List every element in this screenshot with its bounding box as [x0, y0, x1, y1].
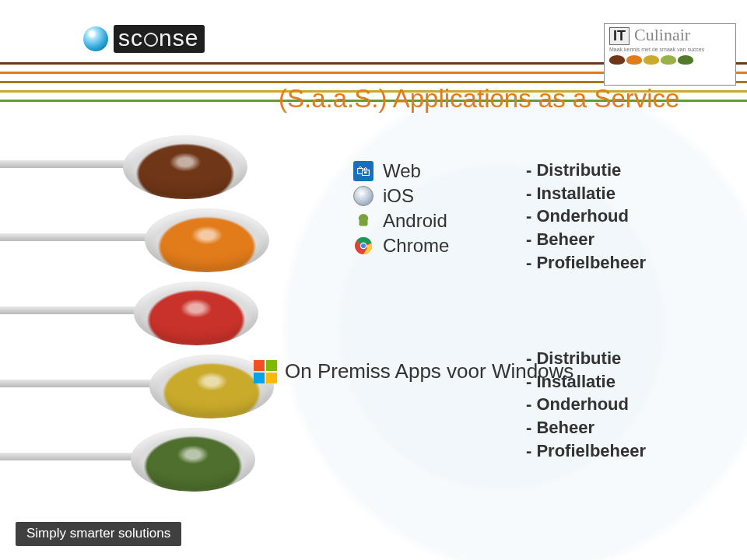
svg-rect-0	[359, 219, 368, 226]
scense-orb-icon	[82, 26, 109, 52]
badge-it-label: IT	[609, 27, 630, 45]
feature-item: - Distributie	[526, 159, 646, 182]
spice-spoons-image	[0, 126, 277, 492]
svg-point-3	[361, 243, 366, 248]
features-list-bottom: - Distributie - Installatie - Onderhoud …	[526, 347, 646, 462]
feature-item: - Installatie	[526, 370, 646, 394]
background-swirl	[202, 93, 747, 560]
scense-logo: scnse	[82, 25, 205, 53]
footer-tagline: Simply smarter solutions	[16, 522, 181, 546]
platform-item-android: Android	[353, 210, 449, 232]
spoon-image	[8, 418, 277, 498]
it-culinair-badge: IT Culinair Maak kennis met de smaak van…	[604, 23, 736, 86]
platform-item-ios: iOS	[353, 185, 449, 207]
spoon-image	[0, 126, 277, 205]
scense-logo-text: scnse	[114, 25, 205, 53]
page-title: (S.a.a.S.) Applications as a Service	[279, 84, 679, 114]
microsoft-icon	[254, 360, 277, 383]
platform-item-chrome: Chrome	[353, 235, 449, 257]
badge-tagline: Maak kennis met de smaak van succes	[609, 47, 731, 52]
platform-item-web: 🛍 Web	[353, 160, 449, 182]
platform-label: Chrome	[383, 235, 449, 257]
scense-logo-letters2: nse	[159, 25, 198, 51]
platform-label: iOS	[383, 185, 414, 207]
slide-header: scnse IT Culinair Maak kennis met de sma…	[0, 17, 747, 87]
feature-item: - Profielbeheer	[526, 251, 646, 275]
platform-label: Android	[383, 210, 447, 232]
feature-item: - Installatie	[526, 182, 646, 205]
platform-label: Web	[383, 160, 421, 182]
feature-item: - Profielbeheer	[526, 439, 646, 463]
scense-logo-letters: sc	[118, 25, 143, 51]
spoon-image	[11, 272, 277, 352]
feature-item: - Distributie	[526, 347, 646, 370]
features-list-top: - Distributie - Installatie - Onderhoud …	[526, 159, 646, 274]
ios-icon	[353, 186, 374, 206]
platforms-list: 🛍 Web iOS Android Chrome	[353, 160, 449, 257]
feature-item: - Beheer	[526, 228, 646, 251]
badge-culinair-label: Culinair	[634, 27, 690, 43]
feature-item: - Beheer	[526, 416, 646, 439]
spoon-image	[26, 345, 277, 425]
spoon-image	[22, 199, 277, 278]
scense-logo-o-icon	[144, 33, 158, 47]
feature-item: - Onderhoud	[526, 393, 646, 416]
web-icon: 🛍	[353, 161, 374, 181]
badge-spoons-icon	[609, 55, 731, 65]
feature-item: - Onderhoud	[526, 205, 646, 228]
chrome-icon	[353, 236, 374, 256]
android-icon	[353, 211, 374, 231]
